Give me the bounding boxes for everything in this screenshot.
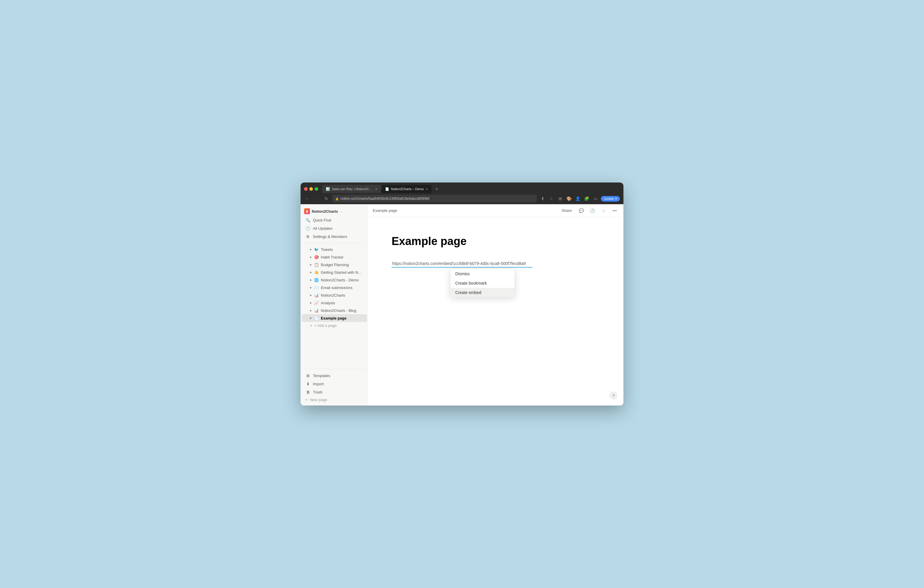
- color-picker-icon[interactable]: 🎨: [566, 195, 573, 202]
- workspace-name: Notion2Charts: [312, 209, 338, 214]
- favorite-button[interactable]: ☆: [599, 207, 607, 215]
- getting-started-icon: 👋: [314, 270, 319, 275]
- new-tab-button[interactable]: +: [433, 185, 440, 193]
- templates-label: Templates: [313, 374, 363, 378]
- update-button[interactable]: Update ▾: [601, 196, 620, 202]
- main-content: Example page Share 💬 🕐 ☆ ••• Example pag…: [368, 204, 624, 405]
- new-page-label: New page: [310, 398, 327, 402]
- share-button[interactable]: Share: [559, 207, 574, 214]
- sidebar-toggle-icon[interactable]: ▭: [592, 195, 599, 202]
- minimize-window-btn[interactable]: [309, 187, 313, 191]
- sidebar-item-budget[interactable]: ▶ 📋 Budget Planning: [302, 261, 367, 268]
- url-input[interactable]: [391, 260, 533, 268]
- url-input-area: Dismiss Create bookmark Create embed: [391, 260, 533, 268]
- clock-icon: 🕐: [305, 226, 310, 231]
- bookmark-icon[interactable]: ☆: [548, 195, 555, 202]
- tab-sales-title: Sales per Rep: | Notion2Charts: [332, 187, 373, 191]
- trash-icon: 🗑: [305, 390, 310, 394]
- add-page-button[interactable]: + + Add a page: [302, 322, 367, 329]
- sidebar-divider-1: [304, 243, 365, 243]
- profile-icon[interactable]: 👤: [574, 195, 581, 202]
- comment-button[interactable]: 💬: [577, 207, 585, 215]
- add-page-label: + Add a page: [314, 323, 337, 328]
- sidebar-item-n2c-blog[interactable]: ▶ 📊 Notion2Charts - Blog: [302, 306, 367, 314]
- dropdown-item-dismiss[interactable]: Dismiss: [450, 269, 515, 278]
- history-button[interactable]: 🕐: [588, 207, 596, 215]
- tab-sales[interactable]: 📊 Sales per Rep: | Notion2Charts ✕: [322, 185, 381, 193]
- plus-icon: +: [305, 397, 308, 402]
- tab-sales-close[interactable]: ✕: [375, 188, 378, 191]
- sidebar-item-quick-find[interactable]: 🔍 Quick Find: [302, 216, 367, 224]
- email-icon: ✉️: [314, 285, 319, 290]
- email-label: Email submissions: [321, 285, 363, 290]
- sidebar-item-all-updates[interactable]: 🕐 All Updates: [302, 224, 367, 232]
- import-label: Import: [313, 382, 363, 386]
- workspace-header[interactable]: ▮ Notion2Charts ⌄: [300, 207, 368, 216]
- sidebar-item-settings[interactable]: ⚙ Settings & Members: [302, 232, 367, 240]
- sidebar-item-templates[interactable]: ⊞ Templates: [302, 371, 367, 380]
- forward-button[interactable]: →: [314, 195, 320, 202]
- chevron-icon: ▶: [310, 294, 312, 296]
- sidebar-item-import[interactable]: ⬇ Import: [302, 380, 367, 388]
- browser-window: 📊 Sales per Rep: | Notion2Charts ✕ 📄 Not…: [300, 183, 624, 405]
- sidebar-item-email[interactable]: ▶ ✉️ Email submissions: [302, 284, 367, 292]
- lock-icon: 🔒: [335, 197, 339, 200]
- reload-button[interactable]: ↻: [323, 195, 330, 202]
- sidebar-item-getting-started[interactable]: ▶ 👋 Getting Started with N...: [302, 268, 367, 276]
- getting-started-label: Getting Started with N...: [321, 270, 363, 275]
- example-page-icon: 📄: [314, 316, 319, 320]
- add-icon: +: [310, 323, 312, 328]
- chevron-icon: ▶: [310, 286, 312, 289]
- tab-demo-close[interactable]: ✕: [426, 188, 428, 191]
- sidebar-item-analysis[interactable]: ▶ 📈 Analysis: [302, 299, 367, 306]
- sidebar-item-habit-tracker[interactable]: ▶ 🎯 Habit Tracker: [302, 253, 367, 261]
- templates-icon: ⊞: [305, 374, 310, 378]
- chevron-icon: ▶: [310, 248, 312, 251]
- help-button[interactable]: ?: [609, 391, 617, 400]
- sidebar-item-example-page[interactable]: ▶ 📄 Example page: [302, 314, 367, 322]
- back-button[interactable]: ←: [304, 195, 311, 202]
- close-window-btn[interactable]: [304, 187, 308, 191]
- n2c-demo-label: Notion2Charts - Demo: [321, 278, 363, 282]
- dropdown-item-create-bookmark[interactable]: Create bookmark: [450, 278, 515, 288]
- chevron-icon: ▶: [310, 316, 312, 320]
- tab-demo-title: Notion2Charts – Demo: [391, 187, 424, 191]
- sidebar-item-n2c-demo[interactable]: ▶ 🌐 Notion2Charts - Demo: [302, 276, 367, 284]
- share-nav-icon[interactable]: ⬆: [539, 195, 546, 202]
- sidebar-bottom: ⊞ Templates ⬇ Import 🗑 Trash + New page: [300, 364, 368, 403]
- address-bar[interactable]: 🔒 notion.so/2charts/5aa64630c6c24869a918…: [332, 195, 537, 203]
- n2c-blog-label: Notion2Charts - Blog: [321, 308, 363, 313]
- chevron-icon: ▶: [310, 255, 312, 259]
- maximize-window-btn[interactable]: [315, 187, 318, 191]
- tab-sales-icon: 📊: [326, 187, 330, 191]
- dropdown-item-create-embed[interactable]: Create embed: [450, 288, 515, 297]
- budget-label: Budget Planning: [321, 263, 363, 267]
- sidebar-item-trash[interactable]: 🗑 Trash: [302, 388, 367, 396]
- nav-bar: ← → ↻ 🔒 notion.so/2charts/5aa64630c6c248…: [300, 193, 624, 204]
- sidebar-item-tweets[interactable]: ▶ 🐦 Tweets: [302, 245, 367, 253]
- analysis-label: Analysis: [321, 301, 363, 305]
- tab-demo[interactable]: 📄 Notion2Charts – Demo ✕: [381, 185, 431, 193]
- new-page-button[interactable]: + New page: [302, 396, 367, 403]
- tab-demo-icon: 📄: [385, 187, 389, 191]
- quick-find-label: Quick Find: [313, 218, 363, 222]
- n2c-label: Notion2Charts: [321, 293, 363, 298]
- more-options-button[interactable]: •••: [610, 207, 619, 215]
- url-text: notion.so/2charts/5aa64630c6c24869a918e8…: [340, 197, 429, 201]
- sidebar: ▮ Notion2Charts ⌄ 🔍 Quick Find 🕐 All Upd…: [300, 204, 368, 405]
- embed-dropdown: Dismiss Create bookmark Create embed: [450, 269, 515, 298]
- n2c-demo-icon: 🌐: [314, 278, 319, 282]
- update-chevron-icon: ▾: [615, 197, 617, 201]
- extensions-icon[interactable]: 🧩: [583, 195, 590, 202]
- example-page-label: Example page: [321, 316, 363, 320]
- page-header: Example page Share 💬 🕐 ☆ •••: [368, 204, 624, 217]
- chevron-icon: ▶: [310, 271, 312, 274]
- tab-grid-icon[interactable]: ⊞: [557, 195, 564, 202]
- import-icon: ⬇: [305, 382, 310, 386]
- habit-tracker-icon: 🎯: [314, 255, 319, 259]
- analysis-icon: 📈: [314, 301, 319, 305]
- habit-tracker-label: Habit Tracker: [321, 255, 363, 259]
- app-content: ▮ Notion2Charts ⌄ 🔍 Quick Find 🕐 All Upd…: [300, 204, 624, 405]
- sidebar-item-notion2charts[interactable]: ▶ 📊 Notion2Charts: [302, 292, 367, 299]
- traffic-lights: [304, 187, 318, 191]
